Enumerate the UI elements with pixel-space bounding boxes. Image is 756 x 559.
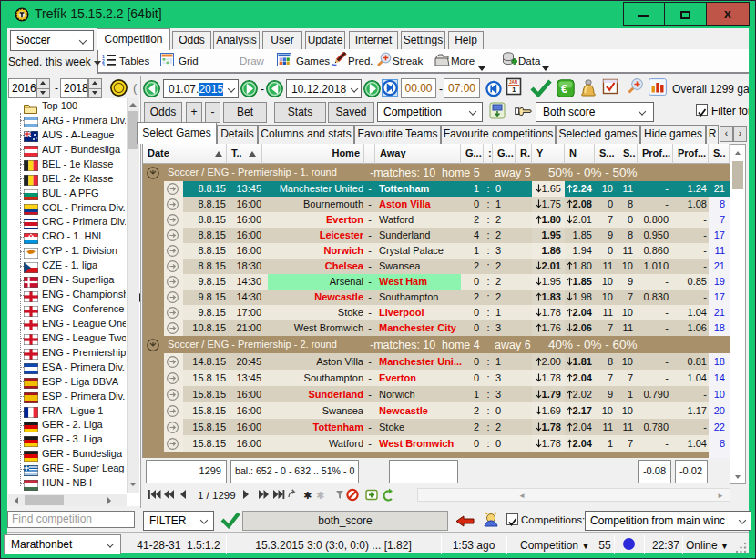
- svg-text:1 / 1299: 1 / 1299: [198, 490, 236, 501]
- svg-text:1: 1: [512, 86, 516, 94]
- svg-text:3: 3: [102, 62, 105, 66]
- svg-text:✱: ✱: [303, 490, 312, 501]
- svg-text:€: €: [561, 82, 567, 96]
- svg-text:✱: ✱: [316, 490, 324, 501]
- svg-text:JAN: JAN: [509, 80, 517, 85]
